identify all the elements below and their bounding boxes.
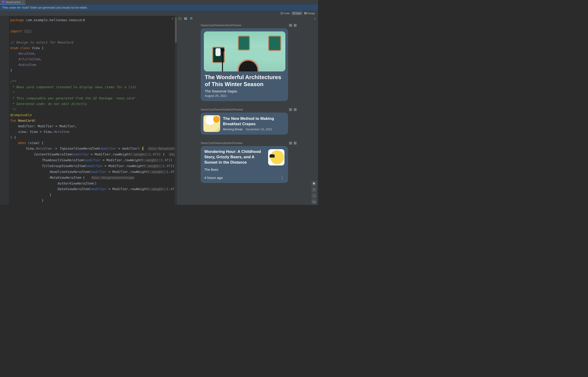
editor-scrollbar[interactable] <box>175 16 177 205</box>
analysis-ok-icon[interactable]: ✔ <box>172 17 174 21</box>
preview-hero-label: NewsCardViewHeroItemPreview <box>201 24 241 27</box>
article-card[interactable]: The New Method to Making Breakfast Crepe… <box>200 112 288 135</box>
preview-settings-icon[interactable] <box>289 24 292 27</box>
hero-headline: The Wonderful Architectures of This Wint… <box>205 74 284 88</box>
preview-audio-block: NewsCardViewAudioItemPreview Wondering H… <box>200 141 297 183</box>
audio-time: 4 hours ago <box>204 176 223 180</box>
scrollbar-thumb[interactable] <box>175 17 177 43</box>
editor-tab-bar: NewsCard.kt × <box>0 0 318 5</box>
preview-audio-label: NewsCardViewAudioItemPreview <box>201 141 243 145</box>
code-editor-pane[interactable]: package com.example.hellonews.newscard i… <box>0 16 177 205</box>
article-date: November 10, 2021 <box>246 128 272 131</box>
close-tab-icon[interactable]: × <box>22 1 24 3</box>
article-author: Morning Break <box>223 128 243 131</box>
view-mode-design[interactable]: Design <box>303 12 317 15</box>
preview-audio-header: NewsCardViewAudioItemPreview <box>200 141 297 146</box>
preview-settings-icon[interactable] <box>289 108 292 111</box>
refresh-icon[interactable] <box>178 17 182 20</box>
audio-card[interactable]: Wondering Hour: A Childhood Story, Grizz… <box>200 146 288 183</box>
preview-hero-header: NewsCardViewHeroItemPreview <box>200 24 297 28</box>
lines-icon <box>281 12 283 14</box>
view-mode-split-label: Split <box>296 12 301 15</box>
svg-rect-2 <box>186 19 187 20</box>
preview-device-icon[interactable] <box>294 24 296 27</box>
tab-filename: NewsCard.kt <box>6 1 20 3</box>
preview-article-header: NewsCardViewArticleItemPreview <box>200 108 297 112</box>
main-split: package com.example.hellonews.newscard i… <box>0 16 318 205</box>
split-icon <box>293 12 295 14</box>
hero-author: The Seasonal Sagas <box>205 89 284 93</box>
editor-gutter[interactable] <box>0 16 9 205</box>
code-area[interactable]: package com.example.hellonews.newscard i… <box>9 16 177 205</box>
more-icon[interactable]: ⋮ <box>280 175 284 180</box>
generated-file-notice: Files under the "build" folder are gener… <box>0 5 318 11</box>
preview-hero-block: NewsCardViewHeroItemPreview <box>200 24 297 101</box>
preview-device-icon[interactable] <box>294 108 296 111</box>
interactive-preview-icon[interactable] <box>184 17 187 20</box>
view-mode-toolbar: Code Split Design <box>0 11 318 16</box>
compose-preview-pane: ✔ NewsCardViewHeroItemPreview <box>177 16 318 205</box>
preview-article-block: NewsCardViewArticleItemPreview The New M… <box>200 108 297 135</box>
hero-date: August 25, 2021 <box>205 94 284 97</box>
preview-zoom-controls: + − 1:1 <box>311 181 317 204</box>
preview-settings-icon[interactable] <box>289 142 292 144</box>
preview-device-icon[interactable] <box>294 142 296 144</box>
view-mode-code[interactable]: Code <box>279 12 291 15</box>
file-tab-newscard[interactable]: NewsCard.kt × <box>0 0 25 5</box>
audio-author: The Bees <box>204 168 284 172</box>
article-thumbnail <box>203 115 220 132</box>
zoom-in-button[interactable]: + <box>311 187 317 192</box>
audio-thumbnail <box>268 149 284 165</box>
preview-article-label: NewsCardViewArticleItemPreview <box>201 108 243 111</box>
hero-card[interactable]: The Wonderful Architectures of This Wint… <box>200 28 288 101</box>
view-mode-design-label: Design <box>307 12 315 15</box>
svg-rect-0 <box>184 17 185 20</box>
zoom-reset-button[interactable]: 1:1 <box>311 199 317 204</box>
hero-thumbnail <box>204 31 285 71</box>
design-icon <box>304 12 306 14</box>
layers-icon[interactable] <box>190 17 193 20</box>
view-mode-split[interactable]: Split <box>292 12 302 15</box>
preview-ok-icon: ✔ <box>314 17 316 21</box>
view-mode-code-label: Code <box>283 12 290 15</box>
pan-icon[interactable] <box>311 181 317 186</box>
audio-headline: Wondering Hour: A Childhood Story, Grizz… <box>204 149 265 165</box>
zoom-out-button[interactable]: − <box>311 193 317 198</box>
preview-toolbar: ✔ <box>177 16 318 21</box>
preview-scroll-area[interactable]: NewsCardViewHeroItemPreview <box>177 21 318 195</box>
article-headline: The New Method to Making Breakfast Crepe… <box>223 116 285 126</box>
svg-rect-1 <box>186 17 187 18</box>
kotlin-file-icon <box>2 1 5 3</box>
